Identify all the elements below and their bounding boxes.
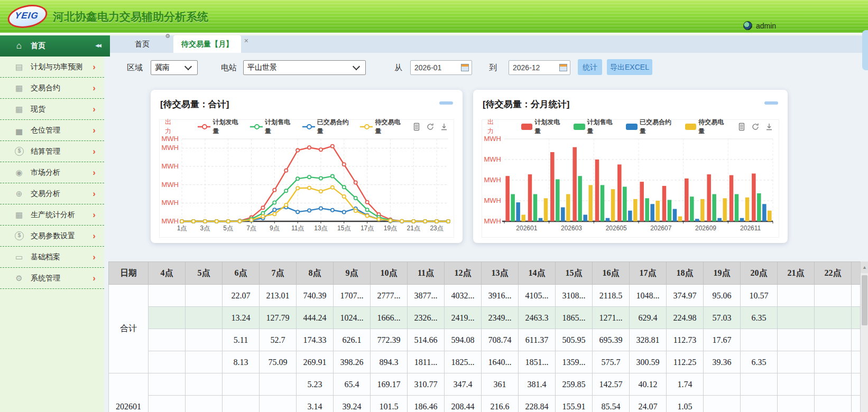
value-cell: 374.97 <box>667 285 704 307</box>
sidebar-item-forecast[interactable]: ▤计划与功率预测› <box>0 57 104 78</box>
legend-item[interactable]: 待交易电量 <box>360 118 404 136</box>
report-icon[interactable] <box>737 123 746 131</box>
value-cell: 127.79 <box>260 307 297 329</box>
column-header: 9点 <box>334 262 371 285</box>
download-icon[interactable] <box>440 123 448 131</box>
export-excel-button[interactable]: 导出EXCEL <box>607 59 652 75</box>
value-cell <box>741 396 778 412</box>
axis-unit-label: 出力 <box>487 118 500 136</box>
chevron-right-icon: › <box>93 168 96 177</box>
scroll-thumb[interactable] <box>862 275 867 325</box>
legend-item[interactable]: 已交易合约量 <box>626 118 677 136</box>
gear-icon[interactable]: ⚙ <box>165 33 170 40</box>
value-cell: 2326... <box>408 307 445 329</box>
sidebar-item-trade-analysis[interactable]: ⊕交易分析› <box>0 183 104 204</box>
sidebar-item-contract[interactable]: ▦交易合约› <box>0 78 104 99</box>
collapse-sidebar-icon[interactable]: ◀◀ <box>95 43 100 48</box>
chevron-right-icon: › <box>93 83 96 92</box>
svg-text:9点: 9点 <box>270 224 280 232</box>
to-date-input[interactable]: 2026-12 <box>509 60 570 75</box>
sidebar-item-market[interactable]: ◉市场分析› <box>0 162 104 183</box>
table-row[interactable]: 8.1375.09269.91398.26894.31811...1825...… <box>109 351 861 373</box>
right-edge-handle[interactable] <box>862 30 868 70</box>
tab-pending-volume-month[interactable]: 待交易量【月】 × <box>173 35 241 53</box>
value-cell: 300.59 <box>630 351 667 373</box>
download-icon[interactable] <box>765 123 773 131</box>
table-scrollbar[interactable]: ▲ <box>860 261 868 412</box>
scroll-up-arrow-icon[interactable]: ▲ <box>861 261 868 273</box>
chevron-right-icon: › <box>93 210 96 219</box>
svg-text:3点: 3点 <box>200 224 210 232</box>
table-row[interactable]: 3.1439.24101.5186.46208.44216.6228.84155… <box>109 396 861 412</box>
legend-label: 计划售电量 <box>265 118 294 136</box>
app-title: 河北协鑫电力交易辅助分析系统 <box>53 10 208 24</box>
from-date-input[interactable]: 2026-01 <box>410 60 472 75</box>
value-cell <box>149 285 186 307</box>
to-date-value: 2026-12 <box>509 63 559 72</box>
logo-text: YEIG <box>14 11 39 21</box>
column-header: 10点 <box>371 262 408 285</box>
column-header: 21点 <box>778 262 815 285</box>
close-icon[interactable]: × <box>244 32 248 50</box>
svg-text:202603: 202603 <box>561 224 582 232</box>
legend-item[interactable]: 待交易电量 <box>685 118 730 136</box>
position-icon: ▅ <box>14 126 24 135</box>
refresh-icon[interactable] <box>426 123 435 131</box>
value-cell: 894.3 <box>371 351 408 373</box>
sidebar-item-system[interactable]: ⚙系统管理› <box>0 268 104 289</box>
calendar-icon[interactable] <box>559 64 567 71</box>
sidebar-item-archive[interactable]: ▭基础档案› <box>0 247 104 268</box>
date-cell: 202601 <box>109 373 149 412</box>
legend-label: 计划售电量 <box>587 118 618 136</box>
legend-label: 已交易合约量 <box>640 118 677 136</box>
station-select[interactable]: 平山世景 <box>243 60 366 75</box>
legend-item[interactable]: 已交易合约量 <box>302 118 353 136</box>
region-select[interactable]: 冀南 <box>151 60 198 75</box>
chevron-right-icon: › <box>93 126 96 135</box>
legend-item[interactable]: 计划售电量 <box>250 118 294 136</box>
sidebar-item-position[interactable]: ▅仓位管理› <box>0 120 104 141</box>
svg-text:MWH: MWH <box>484 135 502 143</box>
svg-text:13点: 13点 <box>314 224 327 232</box>
legend-item[interactable]: 计划发电量 <box>198 118 242 136</box>
legend-label: 计划发电量 <box>213 118 242 136</box>
table-row[interactable]: 5.1152.7174.33626.1772.39514.66594.08708… <box>109 329 861 351</box>
sidebar-item-settlement[interactable]: $结算管理› <box>0 141 104 162</box>
value-cell <box>186 285 223 307</box>
sidebar-item-label: 交易合约 <box>31 83 93 93</box>
sidebar-item-params[interactable]: $交易参数设置› <box>0 226 104 247</box>
value-cell: 328.81 <box>630 329 667 351</box>
column-header: 17点 <box>630 262 667 285</box>
legend-item[interactable]: 计划发电量 <box>521 118 566 136</box>
sidebar-item-production[interactable]: ▦生产统计分析› <box>0 204 104 226</box>
value-cell: 155.91 <box>556 396 593 412</box>
stat-button[interactable]: 统计 <box>578 59 602 75</box>
value-cell: 6.35 <box>741 351 778 373</box>
table-row[interactable]: 13.24127.79444.241024...1666...2326...24… <box>109 307 861 329</box>
table-row[interactable]: 合计22.07213.01740.391707...2777...3877...… <box>109 285 861 307</box>
sidebar-item-spot[interactable]: ▦现货› <box>0 99 104 120</box>
table-row[interactable]: 2026015.2365.4169.17310.77347.4361381.42… <box>109 373 861 396</box>
column-header: 日期 <box>109 262 149 285</box>
report-icon[interactable] <box>412 123 421 131</box>
value-cell: 57.03 <box>704 307 741 329</box>
region-label: 区域 <box>127 63 143 73</box>
value-cell <box>149 307 186 329</box>
refresh-icon[interactable] <box>751 123 760 131</box>
value-cell: 594.08 <box>445 329 482 351</box>
value-cell <box>223 373 260 396</box>
tab-home[interactable]: 首页 ⚙ <box>111 35 173 53</box>
value-cell: 259.85 <box>556 373 593 396</box>
value-cell <box>778 285 815 307</box>
user-menu[interactable]: admin <box>743 21 776 30</box>
value-cell: 347.4 <box>445 373 482 396</box>
sidebar-item-label: 基础档案 <box>31 252 93 262</box>
collapse-chart-button[interactable] <box>439 101 453 105</box>
value-cell: 1707... <box>334 285 371 307</box>
calendar-icon[interactable] <box>461 64 469 71</box>
settlement-icon: $ <box>15 147 24 156</box>
legend-item[interactable]: 计划售电量 <box>574 118 618 136</box>
collapse-chart-button[interactable] <box>764 101 778 105</box>
value-cell <box>778 307 815 329</box>
sidebar-item-home[interactable]: ⌂首页◀◀ <box>0 35 110 57</box>
